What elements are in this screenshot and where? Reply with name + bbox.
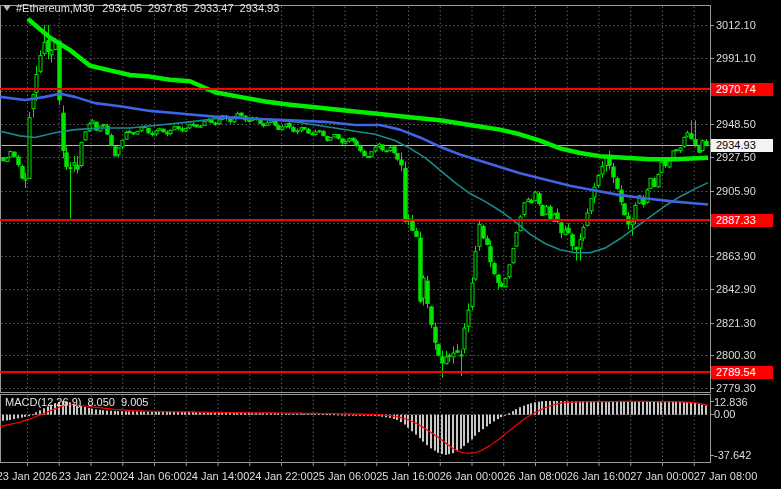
- trading-chart-window: #Ethereum,M30 2934.052937.852933.472934.…: [0, 0, 781, 489]
- chart-canvas[interactable]: [0, 0, 781, 489]
